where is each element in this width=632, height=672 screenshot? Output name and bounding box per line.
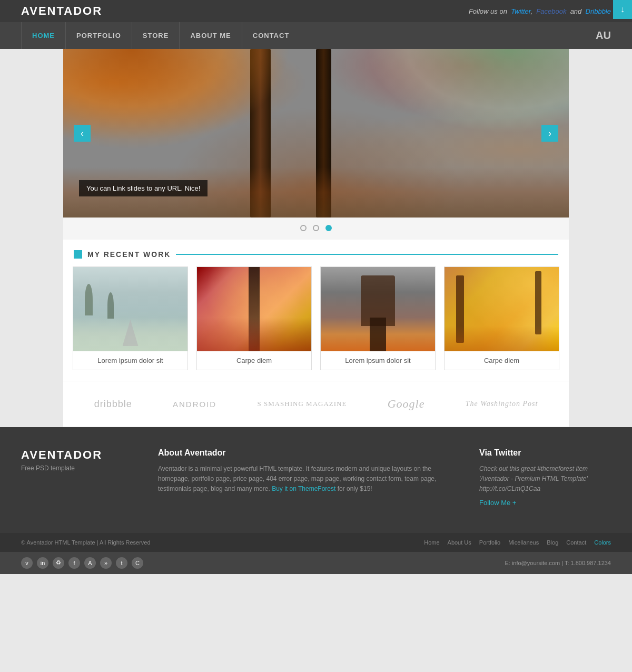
- portfolio-item-2[interactable]: Carpe diem: [196, 266, 312, 370]
- partner-wapost: The Washington Post: [466, 400, 538, 408]
- nav-store[interactable]: STORE: [132, 22, 180, 49]
- footer-follow-link[interactable]: Follow Me +: [479, 499, 611, 507]
- footer-link-home[interactable]: Home: [424, 539, 439, 546]
- navigation: HOME PORTFOLIO STORE ABOUT ME CONTACT AU: [0, 22, 632, 49]
- social-icon-facebook[interactable]: f: [68, 557, 80, 569]
- social-follow-text: Follow us on Twitter, Facebook and Dribb…: [469, 7, 611, 15]
- social-icon-forward[interactable]: »: [100, 557, 112, 569]
- footer-bottom: © Aventador HTML Template | All Rights R…: [0, 533, 632, 552]
- partner-dribbble: dribbble: [94, 399, 132, 410]
- portfolio-img-3: [321, 267, 435, 351]
- footer-about-body: Aventador is a minimal yet powerful HTML…: [158, 464, 458, 495]
- dot-1[interactable]: [300, 225, 307, 231]
- portfolio-item-1[interactable]: Lorem ipsum dolor sit: [73, 266, 188, 370]
- partners-bar: dribbble anDROID S SMASHING MAGAZINE Goo…: [63, 381, 569, 427]
- footer-link-portfolio[interactable]: Portfolio: [479, 539, 500, 546]
- footer-col-brand: AVENTADOR Free PSD template: [21, 448, 137, 507]
- footer-col-twitter: Via Twitter Check out this great #themef…: [479, 448, 611, 507]
- portfolio-label-3: Lorem ipsum dolor sit: [321, 351, 435, 370]
- section-title: MY RECENT WORK: [87, 250, 171, 259]
- section-accent: [74, 250, 82, 259]
- social-icon-vimeo[interactable]: v: [21, 557, 33, 569]
- footer-logo: AVENTADOR: [21, 448, 137, 462]
- footer-tagline: Free PSD template: [21, 465, 137, 472]
- portfolio-label-1: Lorem ipsum dolor sit: [73, 351, 187, 370]
- slider-next-button[interactable]: ›: [541, 125, 558, 142]
- footer-link-colors[interactable]: Colors: [594, 539, 611, 546]
- site-logo: AVENTADOR: [21, 4, 102, 18]
- dribbble-link[interactable]: Dribbble: [586, 7, 611, 15]
- footer-grid: AVENTADOR Free PSD template About Aventa…: [21, 448, 611, 507]
- facebook-link[interactable]: Facebook: [536, 7, 566, 15]
- hero-slider: ‹ › You can Link slides to any URL. Nice…: [63, 49, 569, 218]
- partner-google: Google: [388, 397, 425, 411]
- footer-nav-links: Home About Us Portfolio Micellaneus Blog…: [424, 539, 611, 546]
- nav-portfolio[interactable]: PORTFOLIO: [66, 22, 132, 49]
- social-icon-about[interactable]: A: [84, 557, 96, 569]
- nav-logo: AU: [596, 29, 611, 42]
- section-line: [176, 254, 558, 255]
- section-header: MY RECENT WORK: [63, 240, 569, 266]
- social-icon-twitter[interactable]: t: [116, 557, 127, 569]
- contact-info: E: info@yoursite.com | T: 1.800.987.1234: [505, 560, 611, 566]
- portfolio-img-2: [197, 267, 311, 351]
- footer: AVENTADOR Free PSD template About Aventa…: [0, 427, 632, 533]
- portfolio-img-4: [445, 267, 559, 351]
- dot-2[interactable]: [313, 225, 319, 231]
- themeforest-link[interactable]: Buy it on ThemeForest: [272, 485, 335, 492]
- partner-smashing: S SMASHING MAGAZINE: [257, 400, 347, 408]
- social-icons-bar: v in ♻ f A » t C E: info@yoursite.com | …: [0, 552, 632, 574]
- copyright: © Aventador HTML Template | All Rights R…: [21, 539, 151, 546]
- nav-about[interactable]: ABOUT ME: [180, 22, 242, 49]
- foliage-right: [367, 49, 569, 133]
- dot-3[interactable]: [325, 225, 332, 231]
- portfolio-img-1: [73, 267, 187, 351]
- slider-caption: You can Link slides to any URL. Nice!: [79, 180, 208, 196]
- footer-link-blog[interactable]: Blog: [547, 539, 558, 546]
- social-icon-rss[interactable]: ♻: [53, 557, 64, 569]
- portfolio-item-4[interactable]: Carpe diem: [444, 266, 559, 370]
- download-button[interactable]: ↓: [613, 0, 632, 19]
- footer-col-about: About Aventador Aventador is a minimal y…: [158, 448, 458, 507]
- social-icon-creative[interactable]: C: [132, 557, 143, 569]
- footer-link-contact[interactable]: Contact: [566, 539, 586, 546]
- foliage-left: [63, 49, 291, 150]
- social-icon-linkedin[interactable]: in: [37, 557, 48, 569]
- recent-work-section: MY RECENT WORK Lorem ipsum dolor sit: [63, 240, 569, 381]
- portfolio-item-3[interactable]: Lorem ipsum dolor sit: [320, 266, 436, 370]
- slider-dots: [63, 218, 569, 240]
- portfolio-label-4: Carpe diem: [445, 351, 559, 370]
- twitter-link[interactable]: Twitter: [511, 7, 530, 15]
- portfolio-label-2: Carpe diem: [197, 351, 311, 370]
- nav-contact[interactable]: CONTACT: [242, 22, 300, 49]
- nav-home[interactable]: HOME: [21, 22, 66, 49]
- portfolio-grid: Lorem ipsum dolor sit Carpe diem: [63, 266, 569, 381]
- social-icons-left: v in ♻ f A » t C: [21, 557, 143, 569]
- footer-link-micellaneus[interactable]: Micellaneus: [508, 539, 539, 546]
- footer-about-title: About Aventador: [158, 448, 458, 458]
- footer-link-about[interactable]: About Us: [448, 539, 471, 546]
- footer-twitter-quote: Check out this great #themeforest item '…: [479, 464, 611, 495]
- nav-links: HOME PORTFOLIO STORE ABOUT ME CONTACT: [21, 22, 300, 49]
- slider-prev-button[interactable]: ‹: [74, 125, 91, 142]
- footer-twitter-title: Via Twitter: [479, 448, 611, 458]
- partner-android: anDROID: [173, 400, 216, 409]
